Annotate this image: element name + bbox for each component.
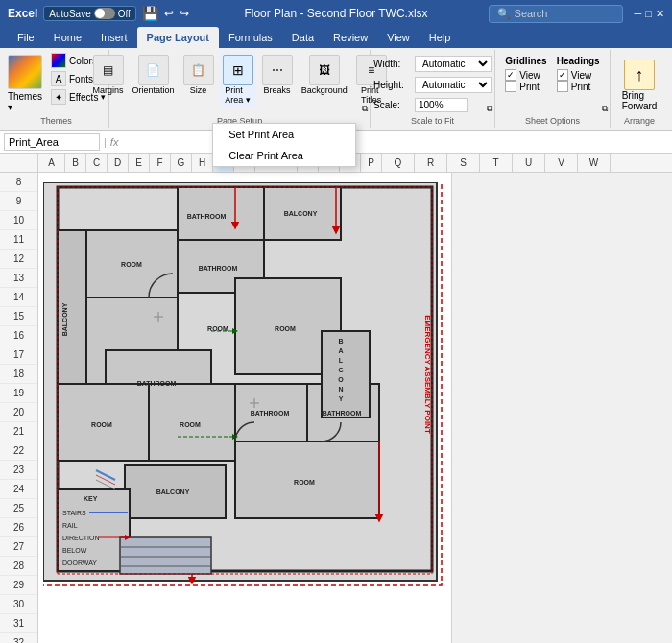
svg-text:C: C xyxy=(338,367,343,373)
scale-input[interactable] xyxy=(415,98,468,112)
tab-help[interactable]: Help xyxy=(420,27,461,48)
row-header-32[interactable]: 32 xyxy=(0,633,37,643)
gridlines-view-checkbox[interactable] xyxy=(505,69,516,81)
tab-insert[interactable]: Insert xyxy=(91,27,137,48)
height-select[interactable]: Automatic xyxy=(415,77,492,93)
spreadsheet: A B C D E F G H I J K L M N O P Q R S T … xyxy=(0,154,672,643)
col-w[interactable]: W xyxy=(578,154,611,172)
tab-formulas[interactable]: Formulas xyxy=(219,27,282,48)
minimize-icon[interactable]: ─ xyxy=(635,8,642,19)
col-t[interactable]: T xyxy=(480,154,513,172)
tab-file[interactable]: File xyxy=(8,27,44,48)
svg-text:BATHROOM: BATHROOM xyxy=(187,213,227,220)
ribbon-tabs: File Home Insert Page Layout Formulas Da… xyxy=(0,27,672,48)
svg-rect-16 xyxy=(235,441,379,518)
row-header-25[interactable]: 25 xyxy=(0,499,37,518)
row-header-30[interactable]: 30 xyxy=(0,595,37,614)
page-setup-expand[interactable]: ⧉ xyxy=(362,104,368,114)
tab-view[interactable]: View xyxy=(377,27,420,48)
clear-print-area-item[interactable]: Clear Print Area xyxy=(213,145,355,166)
search-box[interactable]: 🔍 Search xyxy=(489,5,623,23)
scale-row: Scale: xyxy=(373,98,492,112)
close-icon[interactable]: ✕ xyxy=(656,8,664,20)
redo-icon[interactable]: ↪ xyxy=(180,7,189,20)
row-header-11[interactable]: 11 xyxy=(0,230,37,250)
row-header-26[interactable]: 26 xyxy=(0,518,37,537)
row-header-10[interactable]: 10 xyxy=(0,211,37,230)
tab-review[interactable]: Review xyxy=(324,27,377,48)
col-p[interactable]: P xyxy=(361,154,382,172)
margins-button[interactable]: ▤ Margins xyxy=(90,52,127,98)
formula-input[interactable] xyxy=(122,136,668,148)
app-name: Excel xyxy=(8,7,37,20)
row-header-15[interactable]: 15 xyxy=(0,307,37,326)
row-header-27[interactable]: 27 xyxy=(0,537,37,557)
row-header-20[interactable]: 20 xyxy=(0,403,37,422)
tab-page-layout[interactable]: Page Layout xyxy=(137,27,219,48)
orientation-button[interactable]: 📄 Orientation xyxy=(130,52,178,98)
col-c[interactable]: C xyxy=(86,154,108,172)
row-header-22[interactable]: 22 xyxy=(0,441,37,461)
col-u[interactable]: U xyxy=(513,154,545,172)
size-button[interactable]: 📋 Size xyxy=(180,52,217,98)
row-header-31[interactable]: 31 xyxy=(0,614,37,633)
maximize-icon[interactable]: □ xyxy=(645,8,652,19)
gridlines-print-checkbox[interactable] xyxy=(505,81,516,92)
gridlines-view-row: View xyxy=(505,69,546,81)
set-print-area-item[interactable]: Set Print Area xyxy=(213,124,355,145)
col-s[interactable]: S xyxy=(447,154,480,172)
bring-forward-icon: ↑ xyxy=(624,60,655,90)
col-d[interactable]: D xyxy=(108,154,129,172)
row-header-18[interactable]: 18 xyxy=(0,365,37,384)
undo-icon[interactable]: ↩ xyxy=(164,7,174,20)
bring-forward-button[interactable]: ↑ BringForward xyxy=(618,56,661,115)
sheet-options-group: Gridlines View Print Headings xyxy=(495,50,611,128)
save-icon[interactable]: 💾 xyxy=(142,6,158,21)
row-header-14[interactable]: 14 xyxy=(0,288,37,307)
headings-view-checkbox[interactable] xyxy=(557,69,568,81)
name-box[interactable] xyxy=(4,133,100,151)
col-f[interactable]: F xyxy=(150,154,171,172)
background-button[interactable]: 🖼 Background xyxy=(299,52,350,98)
gridlines-view-label: View xyxy=(519,70,540,81)
svg-text:BALCONY: BALCONY xyxy=(284,210,318,217)
themes-button[interactable]: Themes ▾ xyxy=(4,52,46,115)
row-header-16[interactable]: 16 xyxy=(0,326,37,345)
tab-home[interactable]: Home xyxy=(44,27,91,48)
arrange-label: Arrange xyxy=(624,116,655,126)
headings-print-checkbox[interactable] xyxy=(557,81,568,92)
row-header-19[interactable]: 19 xyxy=(0,384,37,403)
svg-text:BATHROOM: BATHROOM xyxy=(251,410,290,417)
svg-text:EMERGENCY ASSEMBLY POINT: EMERGENCY ASSEMBLY POINT xyxy=(423,315,432,434)
col-e[interactable]: E xyxy=(129,154,150,172)
sheet-options-expand[interactable]: ⧉ xyxy=(602,104,608,114)
row-header-12[interactable]: 12 xyxy=(0,250,37,269)
col-b[interactable]: B xyxy=(65,154,86,172)
row-header-13[interactable]: 13 xyxy=(0,269,37,288)
row-header-17[interactable]: 17 xyxy=(0,345,37,365)
col-a[interactable]: A xyxy=(38,154,65,172)
row-header-21[interactable]: 21 xyxy=(0,422,37,441)
row-header-23[interactable]: 23 xyxy=(0,461,37,480)
breaks-button[interactable]: ⋯ Breaks xyxy=(259,52,296,98)
row-header-8[interactable]: 8 xyxy=(0,173,37,192)
scale-to-fit-expand[interactable]: ⧉ xyxy=(487,104,492,114)
search-placeholder: Search xyxy=(515,8,548,19)
autosave-toggle[interactable] xyxy=(94,8,115,19)
row-header-29[interactable]: 29 xyxy=(0,576,37,595)
row-header-9[interactable]: 9 xyxy=(0,192,37,211)
col-h[interactable]: H xyxy=(192,154,213,172)
autosave-badge[interactable]: AutoSave Off xyxy=(43,6,136,21)
col-g[interactable]: G xyxy=(171,154,192,172)
width-select[interactable]: Automatic xyxy=(415,56,492,72)
row-header-28[interactable]: 28 xyxy=(0,557,37,576)
col-v[interactable]: V xyxy=(545,154,578,172)
svg-rect-9 xyxy=(235,278,341,374)
col-r[interactable]: R xyxy=(415,154,447,172)
print-area-button[interactable]: ⊞ PrintArea ▾ xyxy=(220,52,256,107)
col-q[interactable]: Q xyxy=(382,154,415,172)
tab-data[interactable]: Data xyxy=(282,27,324,48)
svg-text:O: O xyxy=(338,376,344,383)
row-header-24[interactable]: 24 xyxy=(0,480,37,499)
corner-cell xyxy=(0,154,38,172)
